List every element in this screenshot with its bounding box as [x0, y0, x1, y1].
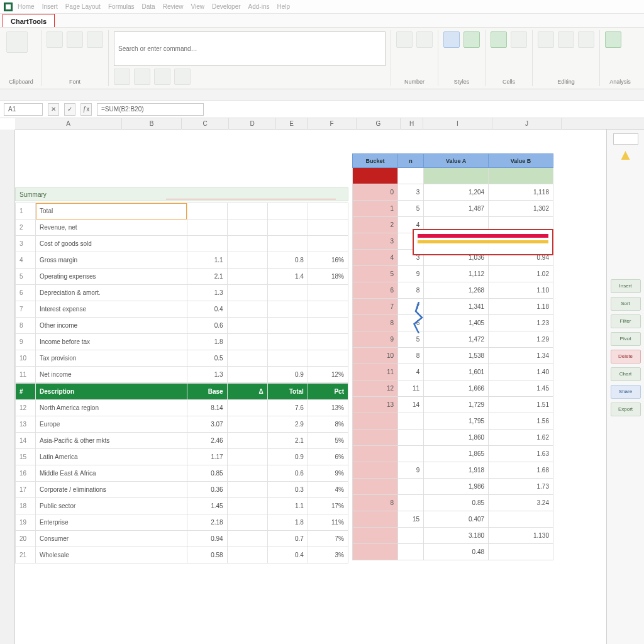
panel-chip[interactable]: Export	[611, 402, 641, 416]
cell-name[interactable]: Tax provision	[36, 350, 187, 367]
fx-button[interactable]: ƒx	[80, 103, 92, 116]
cell-v2[interactable]	[227, 318, 267, 334]
cell-v1[interactable]: 0.6	[187, 318, 227, 334]
cell-b[interactable]: 5	[398, 201, 424, 217]
cell-name[interactable]: Other income	[36, 318, 187, 334]
cell-v1[interactable]: 1.45	[187, 498, 227, 514]
cell-name[interactable]: Enterprise	[36, 514, 187, 531]
cell-b[interactable]: 15	[398, 511, 424, 528]
analyze-button[interactable]	[605, 31, 621, 48]
table-row[interactable]: 17 Corporate / eliminations 0.36 0.3 4%	[16, 482, 348, 498]
table-row[interactable]: 13 14 1,729 1.51	[353, 397, 553, 413]
cell-v1[interactable]: 8.14	[187, 400, 227, 416]
menu-item[interactable]: Formulas	[108, 3, 135, 10]
col-header[interactable]: D	[229, 118, 276, 130]
table-row[interactable]: 8 0.85 3.24	[353, 495, 553, 511]
cell-v1[interactable]: 2.46	[187, 433, 227, 449]
cell-a[interactable]	[353, 544, 398, 560]
cell-b[interactable]	[398, 413, 424, 430]
summary-table[interactable]: 1 Total 2 Revenue, net 3 Cost of goods s…	[15, 203, 348, 383]
currency-button[interactable]	[396, 31, 413, 48]
cell-a[interactable]: 1	[353, 201, 398, 217]
cell-d[interactable]: 1.56	[489, 413, 553, 430]
col-header[interactable]: B	[122, 118, 182, 130]
table-row[interactable]: 9 Income before tax 1.8	[16, 334, 348, 350]
col-header[interactable]: G	[357, 118, 401, 130]
name-box[interactable]	[4, 103, 43, 116]
cell-v3[interactable]	[267, 334, 308, 350]
fx-enter-button[interactable]: ✓	[64, 103, 75, 116]
table-row[interactable]: 19 Enterprise 2.18 1.8 11%	[16, 514, 348, 531]
cell-v1[interactable]: 2.1	[187, 269, 227, 285]
table-row[interactable]: 11 4 1,601 1.40	[353, 364, 553, 380]
cell-a[interactable]: 4	[353, 250, 398, 266]
table-row[interactable]: 6 8 1,268 1.10	[353, 282, 553, 299]
cell-v1[interactable]: 3.07	[187, 416, 227, 433]
table-row[interactable]: 6 Depreciation & amort. 1.3	[16, 285, 348, 301]
cell-styles-button[interactable]	[464, 31, 480, 48]
cell-id[interactable]: 11	[16, 367, 36, 383]
cell-c[interactable]	[424, 168, 489, 184]
fx-cancel-button[interactable]: ✕	[48, 103, 59, 116]
cell-id[interactable]: 8	[16, 318, 36, 334]
cell-b[interactable]: 9	[398, 462, 424, 479]
cell-v3[interactable]: 7.6	[267, 400, 308, 416]
cell-c[interactable]: 1,112	[424, 266, 489, 282]
table-row[interactable]: 1,860 1.62	[353, 430, 553, 446]
sort-button[interactable]	[558, 31, 574, 48]
table-row[interactable]: 4 Gross margin 1.1 0.8 16%	[16, 252, 348, 269]
cell-v3[interactable]	[267, 203, 308, 219]
cell-c[interactable]: 0.85	[424, 495, 489, 511]
column-headers[interactable]: A B C D E F G H I J	[15, 118, 644, 130]
cell-c[interactable]: 0.407	[424, 511, 489, 528]
cell-id[interactable]: 3	[16, 236, 36, 252]
cell-v1[interactable]: 1.17	[187, 449, 227, 465]
menu-item[interactable]: Help	[277, 3, 290, 10]
cell-v1[interactable]	[187, 219, 227, 236]
cell-v1[interactable]	[187, 236, 227, 252]
table-row[interactable]: 9 5 1,472 1.29	[353, 331, 553, 348]
cell-d[interactable]	[489, 544, 553, 560]
bold-button[interactable]	[47, 31, 63, 48]
table-row[interactable]: 20 Consumer 0.94 0.7 7%	[16, 531, 348, 547]
cell-a[interactable]: 6	[353, 282, 398, 299]
cell-id[interactable]: 12	[16, 400, 36, 416]
cell-name[interactable]: Corporate / eliminations	[36, 482, 187, 498]
cell-v3[interactable]: 0.3	[267, 482, 308, 498]
cell-name[interactable]: Middle East & Africa	[36, 465, 187, 482]
cell-v1[interactable]: 1.3	[187, 367, 227, 383]
cell-v1[interactable]: 0.4	[187, 301, 227, 318]
panel-chip[interactable]: Insert	[611, 279, 641, 293]
cell-v2[interactable]	[227, 285, 267, 301]
cell-name[interactable]: Europe	[36, 416, 187, 433]
menu-item[interactable]: View	[191, 3, 204, 10]
cell-v4[interactable]	[308, 236, 348, 252]
insert-cells-button[interactable]	[491, 31, 507, 48]
cell-a[interactable]	[353, 479, 398, 495]
table-row[interactable]: 1 5 1,487 1,302	[353, 201, 553, 217]
col-header[interactable]: C	[182, 118, 229, 130]
cell-d[interactable]: 1.40	[489, 364, 553, 380]
cell-v4[interactable]: 18%	[308, 269, 348, 285]
cond-format-button[interactable]	[443, 31, 460, 48]
table-row[interactable]: 7 7 1,341 1.18	[353, 299, 553, 315]
table-row[interactable]: 5 9 1,112 1.02	[353, 266, 553, 282]
cell-a[interactable]	[353, 168, 398, 184]
cell-c[interactable]: 1,865	[424, 446, 489, 462]
cell-b[interactable]: 11	[398, 380, 424, 397]
cell-v4[interactable]: 6%	[308, 449, 348, 465]
cell-c[interactable]: 1,666	[424, 380, 489, 397]
breakdown-table[interactable]: # Description Base Δ Total Pct 12 North …	[15, 383, 348, 564]
cell-b[interactable]: 8	[398, 282, 424, 299]
cell-v3[interactable]: 0.4	[267, 547, 308, 564]
col-header[interactable]: H	[401, 118, 423, 130]
cell-id[interactable]: 9	[16, 334, 36, 350]
cell-name[interactable]: Consumer	[36, 531, 187, 547]
cell-b[interactable]: 9	[398, 266, 424, 282]
panel-chip[interactable]: Filter	[611, 314, 641, 328]
menu-item[interactable]: Home	[18, 3, 35, 10]
cell-v2[interactable]	[227, 367, 267, 383]
cell-id[interactable]: 6	[16, 285, 36, 301]
table-row[interactable]: 10 8 1,538 1.34	[353, 348, 553, 364]
cell-v4[interactable]	[308, 219, 348, 236]
